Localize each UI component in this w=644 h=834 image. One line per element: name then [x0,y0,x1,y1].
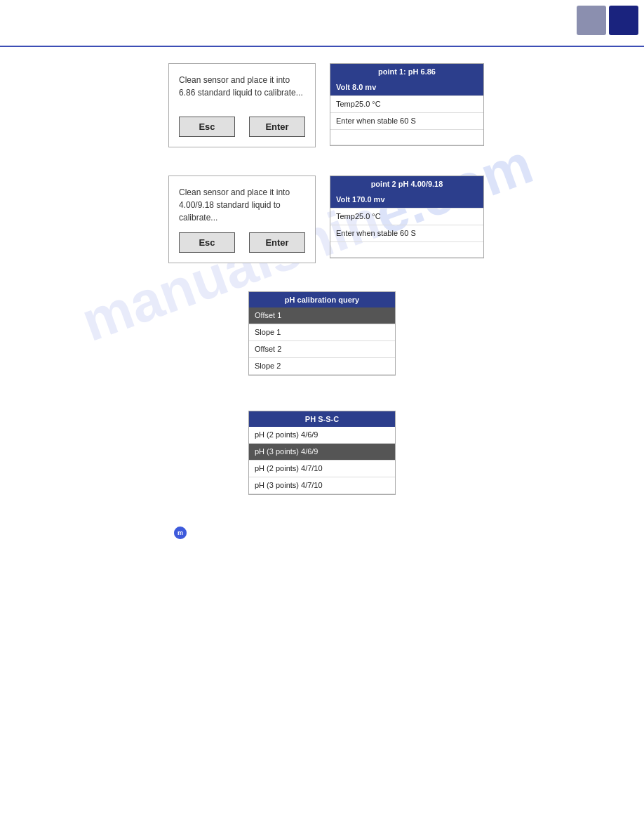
phs-row-3[interactable]: pH (3 points) 4/7/10 [249,477,395,494]
info-row-1-2: Enter when stable 60 S [330,113,483,130]
enter-button-1[interactable]: Enter [249,117,305,137]
phs-title: PH S-S-C [249,411,395,427]
info-row-1-3 [330,130,483,145]
info-row-1-0: Volt 8.0 mv [330,79,483,96]
instruction-box-2: Clean sensor and place it into 4.00/9.18… [168,176,316,263]
info-panel-1-title: point 1: pH 6.86 [330,64,483,79]
button-row-2: Esc Enter [179,232,305,253]
query-row-3[interactable]: Slope 2 [249,358,395,375]
info-panel-2: point 2 pH 4.00/9.18 Volt 170.0 mv Temp2… [330,176,484,258]
info-panel-2-title: point 2 pH 4.00/9.18 [330,176,483,192]
calibration-query-section: pH calibration query Offset 1 Slope 1 Of… [14,291,630,376]
info-row-1-1: Temp25.0 °C [330,96,483,113]
phs-row-1[interactable]: pH (3 points) 4/6/9 [249,444,395,461]
calibration-query-title: pH calibration query [249,292,395,307]
phs-row-0[interactable]: pH (2 points) 4/6/9 [249,427,395,444]
square-dark [609,6,638,35]
info-row-2-0: Volt 170.0 mv [330,192,483,208]
instruction-box-1: Clean sensor and place it into 6.86 stan… [168,63,316,147]
info-panel-1: point 1: pH 6.86 Volt 8.0 mv Temp25.0 °C… [330,63,484,146]
phs-panel: PH S-S-C pH (2 points) 4/6/9 pH (3 point… [248,411,396,495]
button-row-1: Esc Enter [179,117,305,137]
query-row-0[interactable]: Offset 1 [249,307,395,324]
phs-section: PH S-S-C pH (2 points) 4/6/9 pH (3 point… [14,411,630,495]
esc-button-1[interactable]: Esc [179,117,235,137]
info-row-2-3 [330,242,483,258]
header-separator [0,46,644,47]
instruction-text-2: Clean sensor and place it into 4.00/9.18… [179,186,305,224]
calibration-query-panel: pH calibration query Offset 1 Slope 1 Of… [248,291,396,376]
enter-button-2[interactable]: Enter [249,232,305,253]
phs-row-2[interactable]: pH (2 points) 4/7/10 [249,461,395,477]
info-row-2-1: Temp25.0 °C [330,208,483,225]
section-2: Clean sensor and place it into 4.00/9.18… [168,176,630,263]
top-decoration [571,0,644,41]
instruction-text-1: Clean sensor and place it into 6.86 stan… [179,74,305,99]
query-row-2[interactable]: Offset 2 [249,341,395,358]
section-1: Clean sensor and place it into 6.86 stan… [168,63,630,147]
esc-button-2[interactable]: Esc [179,232,235,253]
info-row-2-2: Enter when stable 60 S [330,225,483,242]
square-light [577,6,606,35]
query-row-1[interactable]: Slope 1 [249,324,395,341]
